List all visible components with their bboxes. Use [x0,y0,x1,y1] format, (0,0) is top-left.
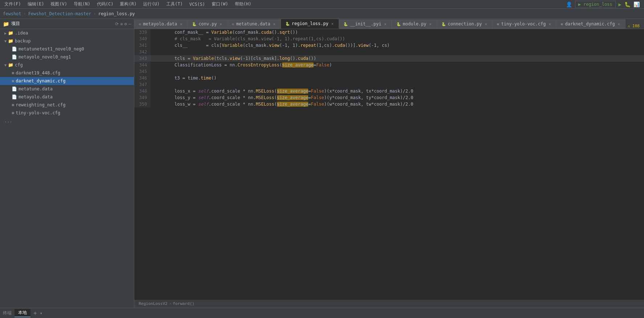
tree-metatunetest[interactable]: 📄 metatunetest1_novel0_neg0 [0,45,134,53]
sync-icon[interactable]: ⟳ [115,21,119,26]
menu-edit[interactable]: 编辑(E) [25,0,47,8]
code-line-345: 345 [134,68,644,75]
close-sidebar-icon[interactable]: — [129,21,131,26]
code-line-350: 350 loss_w = self.coord_scale * nn.MSELo… [134,101,644,107]
menu-code[interactable]: 代码(C) [94,0,117,8]
menu-bar: 文件(F) 编辑(E) 视图(V) 导航(N) 代码(C) 重构(R) 运行(U… [0,0,644,9]
menu-refactor[interactable]: 重构(R) [117,0,139,8]
code-line-343: 343 tcls = Variable(tcls.view(-1)[cls_ma… [134,55,644,62]
code-line-348: 348 loss_x = self.coord_scale * nn.MSELo… [134,88,644,94]
menu-navigate[interactable]: 导航(N) [71,0,93,8]
menu-vcs[interactable]: VCS(S) [187,1,208,8]
tree-backup[interactable]: ▼ 📁 backup [0,37,134,45]
close-tab-metatune[interactable]: × [273,22,276,26]
settings-icon[interactable]: ⚙ [125,21,127,26]
terminal-local-tab[interactable]: 本地 [15,309,30,317]
code-line-341: 341 cls__ = cls[Variable(cls_mask.view(-… [134,42,644,49]
close-tab-tiny[interactable]: × [548,22,551,26]
tab-bar: ≡ metayolo.data × 🐍 conv.py × ≡ metatune… [134,19,644,29]
terminal-label: 终端 [3,310,12,316]
close-tab-init[interactable]: × [383,22,387,26]
main-area: 📁 项目 ⟳ ≡ ⚙ — ▶ 📁 .idea ▼ 📁 backup 📄 met [0,19,644,308]
code-line-347: 347 [134,81,644,88]
tab-conv-py[interactable]: 🐍 conv.py × [188,19,228,29]
debug-icon[interactable]: 🐛 [624,1,631,7]
sidebar-header: 📁 项目 ⟳ ≡ ⚙ — [0,19,134,29]
close-tab-region[interactable]: × [331,21,334,26]
run-button[interactable]: ▶ region_loss [575,1,616,8]
project-name[interactable]: fewshot [3,11,21,16]
folder-name[interactable]: Fewshot_Detection-master [28,11,91,16]
code-editor[interactable]: 339 conf_mask__ = Variable(conf_mask.cud… [134,29,644,300]
tree-metatune-data[interactable]: 📄 metatune.data [0,85,134,93]
current-file[interactable]: region_loss.py [98,11,135,16]
tree-idea[interactable]: ▶ 📁 .idea [0,29,134,37]
close-tab-darknet[interactable]: × [617,22,621,26]
close-tab-module[interactable]: × [429,22,432,26]
code-line-342: 342 [134,49,644,55]
code-line-339: 339 conf_mask__ = Variable(conf_mask.cud… [134,29,644,36]
tree-metayolo-novel[interactable]: 📄 metayolo_novel0_neg1 [0,53,134,61]
tab-module[interactable]: 🐍 module.py × [392,19,437,29]
tab-darknet-cfg[interactable]: ≡ darknet_dynamic.cfg × [556,19,625,29]
sidebar: 📁 项目 ⟳ ≡ ⚙ — ▶ 📁 .idea ▼ 📁 backup 📄 met [0,19,134,308]
tree-darknet19[interactable]: ≡ darknet19_448.cfg [0,69,134,77]
menu-file[interactable]: 文件(F) [1,0,24,8]
profile-icon[interactable]: 📊 [633,1,640,7]
code-line-344: 344 ClassificationLoss = nn.CrossEntropy… [134,62,644,68]
tab-metatune-data[interactable]: ≡ metatune.data × [228,19,281,29]
tree-metayolo-data[interactable]: 📄 metayolo.data [0,93,134,101]
tab-metayolo-data[interactable]: ≡ metayolo.data × [134,19,188,29]
tab-connection[interactable]: 🐍 connection.py × [437,19,493,29]
toolbar: fewshot › Fewshot_Detection-master › reg… [0,9,644,19]
add-terminal-icon[interactable]: + [33,310,37,317]
menu-tools[interactable]: 工具(T) [163,0,186,8]
breadcrumb-class: RegionLossV2 [139,301,167,306]
tab-tiny-yolo-cfg[interactable]: ≡ tiny-yolo-voc.cfg × [493,19,557,29]
menu-run[interactable]: 运行(U) [140,0,163,8]
tree-cfg[interactable]: ▼ 📁 cfg [0,61,134,69]
menu-view[interactable]: 视图(V) [48,0,70,8]
tree-more[interactable]: ... [0,117,134,125]
editor-panel: ≡ metayolo.data × 🐍 conv.py × ≡ metatune… [134,19,644,308]
menu-help[interactable]: 帮助(H) [232,0,254,8]
tree-tiny-yolo[interactable]: ≡ tiny-yolo-voc.cfg [0,109,134,117]
terminal-panel: 终端 本地 + ▾ ===> Number of samples (before… [0,308,644,318]
code-line-346: 346 t3 = time.time() [134,75,644,81]
menu-window[interactable]: 窗口(W) [209,0,231,8]
breadcrumb-bar: RegionLossV2 › forward() [134,300,644,308]
code-line-340: 340 # cls_mask = Variable(cls_mask.view(… [134,36,644,42]
terminal-tab-bar: 终端 本地 + ▾ [0,308,644,318]
tree-darknet-dynamic[interactable]: ≡ darknet_dynamic.cfg [0,77,134,85]
tree-reweighting[interactable]: ≡ reweighting_net.cfg [0,101,134,109]
code-line-349: 349 loss_y = self.coord_scale * nn.MSELo… [134,94,644,101]
collapse-icon[interactable]: ≡ [120,21,123,26]
warning-badge[interactable]: ⚠ 108 [626,23,641,29]
tab-init[interactable]: 🐍 __init__.pyi × [339,19,392,29]
close-tab-connection[interactable]: × [484,22,488,26]
close-tab-conv[interactable]: × [219,22,223,26]
run-green-icon[interactable]: ▶ [619,1,621,7]
breadcrumb-method: forward() [173,301,195,306]
close-tab-metayolo[interactable]: × [179,22,183,26]
user-icon[interactable]: 👤 [566,1,572,7]
tab-region-loss[interactable]: 🐍 region_loss.py × [281,19,339,29]
terminal-dropdown-icon[interactable]: ▾ [40,311,42,316]
sidebar-title: 项目 [11,21,20,27]
